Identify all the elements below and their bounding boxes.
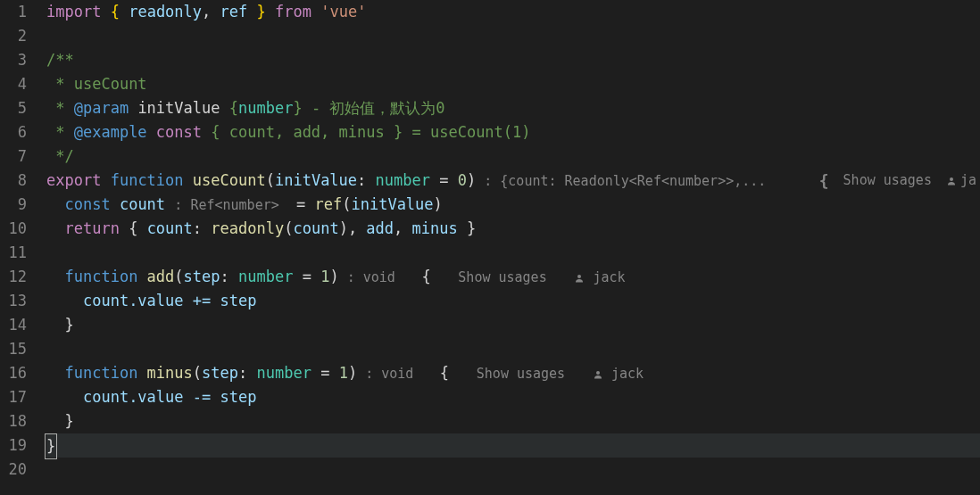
line-number: 8	[7, 169, 27, 193]
code-editor[interactable]: 1234567891011121314151617181920 import {…	[0, 0, 980, 495]
show-usages-link[interactable]: Show usages	[477, 366, 565, 382]
svg-point-1	[577, 275, 581, 278]
code-line-20[interactable]	[46, 458, 980, 482]
code-line-3[interactable]: /**	[46, 48, 980, 72]
line-number: 18	[7, 409, 27, 433]
code-line-4[interactable]: * useCount	[46, 72, 980, 96]
svg-point-2	[596, 371, 600, 375]
person-icon	[574, 273, 585, 284]
code-line-10[interactable]: return { count: readonly(count), add, mi…	[46, 217, 980, 241]
line-number: 5	[7, 96, 27, 120]
code-line-16[interactable]: function minus(step: number = 1) : void …	[46, 361, 980, 385]
line-number: 6	[7, 120, 27, 144]
code-line-8[interactable]: export function useCount(initValue: numb…	[46, 169, 980, 193]
line-number: 15	[7, 337, 27, 361]
line-number: 1	[7, 0, 27, 24]
code-line-2[interactable]	[46, 24, 980, 48]
code-line-9[interactable]: const count : Ref<number> = ref(initValu…	[46, 193, 980, 217]
show-usages-link[interactable]: Show usages	[458, 269, 546, 285]
code-line-15[interactable]	[46, 337, 980, 361]
code-line-5[interactable]: * @param initValue {number} - 初始值，默认为0	[46, 96, 980, 120]
svg-point-0	[950, 177, 953, 181]
code-line-19[interactable]: }	[46, 433, 980, 458]
author-annotation[interactable]: jack	[574, 269, 625, 285]
author-annotation[interactable]: ja	[946, 169, 976, 193]
inlay-hint: : Ref<number>	[174, 197, 287, 213]
cursor: }	[45, 433, 57, 459]
line-number: 3	[7, 48, 27, 72]
code-line-17[interactable]: count.value -= step	[46, 385, 980, 409]
code-line-6[interactable]: * @example const { count, add, minus } =…	[46, 120, 980, 144]
show-usages-link[interactable]: Show usages	[843, 169, 932, 193]
line-number: 17	[7, 385, 27, 409]
code-line-14[interactable]: }	[46, 313, 980, 337]
line-number: 14	[7, 313, 27, 337]
line-number: 9	[7, 193, 27, 217]
code-line-18[interactable]: }	[46, 409, 980, 433]
code-line-7[interactable]: */	[46, 144, 980, 169]
line-number: 12	[7, 265, 27, 289]
author-annotation[interactable]: jack	[593, 366, 644, 382]
line-number: 11	[7, 241, 27, 265]
code-line-13[interactable]: count.value += step	[46, 289, 980, 313]
line-number: 2	[7, 24, 27, 48]
line-number: 13	[7, 289, 27, 313]
line-number: 4	[7, 72, 27, 96]
line-number: 19	[7, 433, 27, 458]
person-icon	[946, 176, 957, 186]
inlay-hint: : {count: Readonly<Ref<number>>,...	[476, 173, 766, 189]
inlay-hint: : void	[357, 366, 421, 382]
code-line-1[interactable]: import { readonly, ref } from 'vue'	[46, 0, 980, 24]
line-number: 16	[7, 361, 27, 385]
code-line-12[interactable]: function add(step: number = 1) : void { …	[46, 265, 980, 289]
code-line-11[interactable]	[46, 241, 980, 265]
inlay-hint: : void	[339, 269, 403, 285]
line-number: 20	[7, 458, 27, 482]
line-number: 10	[7, 217, 27, 241]
code-area[interactable]: import { readonly, ref } from 'vue' /** …	[37, 0, 980, 495]
fold-brace-icon[interactable]: {	[819, 169, 829, 193]
line-number: 7	[7, 144, 27, 169]
person-icon	[593, 369, 603, 380]
line-number-gutter: 1234567891011121314151617181920	[0, 0, 37, 495]
